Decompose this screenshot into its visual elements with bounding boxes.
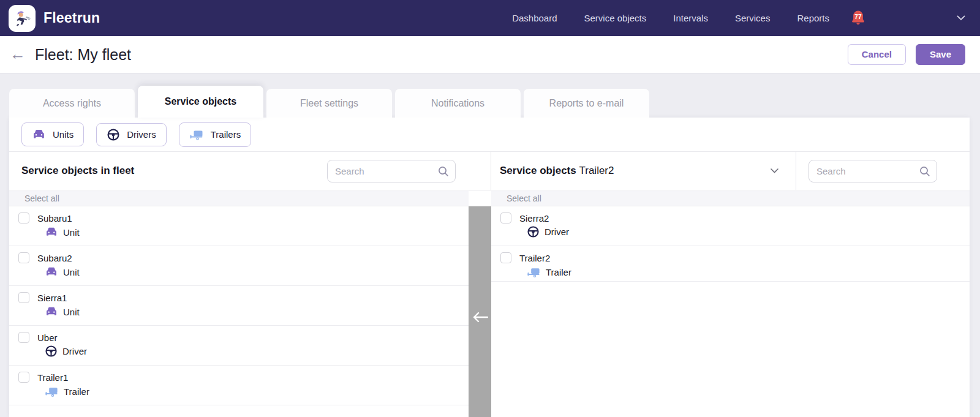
object-name: Sierra1 bbox=[37, 293, 67, 303]
object-type-label: Unit bbox=[63, 267, 80, 277]
row-checkbox[interactable] bbox=[18, 212, 29, 224]
object-type-label: Driver bbox=[62, 346, 87, 356]
brand-title: Fleetrun bbox=[43, 10, 100, 26]
fleet-header: ← Fleet: My fleet Cancel Save bbox=[0, 36, 980, 73]
transfer-lists: Select all Subaru1 Unit Subaru2 bbox=[9, 191, 970, 417]
object-name: Subaru2 bbox=[37, 253, 72, 263]
trailer-icon bbox=[45, 385, 59, 399]
chevron-down-icon bbox=[957, 15, 965, 21]
nav-item-dashboard[interactable]: Dashboard bbox=[512, 13, 557, 23]
fleetrun-logo[interactable] bbox=[9, 5, 36, 32]
bell-icon: 77 bbox=[850, 10, 866, 27]
object-type-toolbar: Units Drivers Trailers bbox=[9, 118, 970, 152]
assigned-objects-list: Select all Sierra2 Driver bbox=[491, 191, 970, 417]
assigned-select-all[interactable]: Select all bbox=[491, 191, 970, 206]
notifications-bell[interactable]: 77 bbox=[850, 10, 866, 27]
nav-item-services[interactable]: Services bbox=[735, 13, 771, 23]
row-checkbox[interactable] bbox=[18, 372, 29, 383]
filter-drivers-button[interactable]: Drivers bbox=[96, 123, 167, 146]
mechanic-logo-icon bbox=[12, 9, 32, 28]
page-title: Fleet: My fleet bbox=[35, 46, 131, 64]
nav-item-intervals[interactable]: Intervals bbox=[673, 13, 708, 23]
header-actions: Cancel Save bbox=[848, 44, 965, 66]
row-checkbox[interactable] bbox=[500, 252, 511, 263]
search-icon bbox=[437, 165, 450, 178]
row-checkbox[interactable] bbox=[18, 252, 29, 263]
fleet-objects-list: Select all Subaru1 Unit Subaru2 bbox=[9, 191, 469, 417]
filter-units-button[interactable]: Units bbox=[21, 122, 84, 146]
trailer-icon bbox=[189, 127, 204, 142]
list-item: Subaru2 Unit bbox=[9, 246, 469, 286]
object-name: Trailer2 bbox=[519, 253, 550, 263]
user-menu-caret[interactable] bbox=[957, 15, 965, 21]
fleet-search-input[interactable] bbox=[328, 160, 455, 182]
row-checkbox[interactable] bbox=[500, 212, 511, 224]
nav-item-reports[interactable]: Reports bbox=[797, 13, 829, 23]
object-list-selected-object: Trailer2 bbox=[579, 165, 614, 176]
fleet-search bbox=[327, 160, 456, 182]
list-item: Uber Driver bbox=[9, 326, 469, 366]
driver-icon bbox=[527, 225, 540, 238]
unit-icon bbox=[45, 265, 58, 279]
list-item: Subaru1 Unit bbox=[9, 206, 469, 246]
fleet-list-title: Service objects in fleet bbox=[21, 165, 134, 177]
tab-access-rights[interactable]: Access rights bbox=[9, 89, 135, 118]
object-type-label: Driver bbox=[545, 227, 569, 237]
list-item: Trailer2 Trailer bbox=[491, 246, 970, 282]
tab-notifications[interactable]: Notifications bbox=[395, 89, 521, 118]
search-icon bbox=[919, 165, 931, 178]
nav-links: Dashboard Service objects Intervals Serv… bbox=[512, 13, 829, 23]
object-type-label: Trailer bbox=[64, 386, 89, 397]
object-search bbox=[809, 160, 937, 182]
object-type-label: Unit bbox=[63, 307, 80, 317]
object-type-label: Unit bbox=[63, 227, 80, 238]
object-type-label: Trailer bbox=[546, 267, 571, 277]
object-list-title: Service objects Trailer2 bbox=[500, 165, 614, 177]
object-name: Trailer1 bbox=[37, 372, 68, 383]
object-name: Sierra2 bbox=[519, 213, 549, 224]
object-name: Uber bbox=[37, 332, 58, 343]
chevron-down-icon bbox=[771, 168, 778, 173]
unit-icon bbox=[32, 127, 46, 141]
object-list-header: Service objects Trailer2 bbox=[491, 152, 796, 190]
list-item: Trailer1 Trailer bbox=[9, 366, 469, 405]
back-arrow-icon[interactable]: ← bbox=[10, 46, 26, 62]
top-navbar: Fleetrun Dashboard Service objects Inter… bbox=[0, 0, 980, 36]
driver-icon bbox=[45, 345, 58, 358]
object-select-caret[interactable] bbox=[771, 168, 778, 173]
object-name: Subaru1 bbox=[37, 213, 72, 224]
nav-item-service-objects[interactable]: Service objects bbox=[584, 13, 647, 23]
fleet-select-all[interactable]: Select all bbox=[9, 191, 469, 206]
move-left-bar[interactable] bbox=[469, 206, 491, 417]
transfer-column bbox=[469, 191, 491, 417]
filter-drivers-label: Drivers bbox=[127, 129, 156, 140]
lists-header: Service objects in fleet Service objects… bbox=[9, 152, 970, 190]
fleet-list-header: Service objects in fleet bbox=[9, 152, 491, 190]
trailer-icon bbox=[527, 265, 541, 279]
arrow-left-icon bbox=[472, 312, 488, 323]
save-button[interactable]: Save bbox=[916, 44, 965, 66]
object-list-title-prefix: Service objects bbox=[500, 165, 576, 176]
row-checkbox[interactable] bbox=[18, 292, 29, 303]
tab-fleet-settings[interactable]: Fleet settings bbox=[266, 89, 392, 118]
filter-units-label: Units bbox=[53, 129, 74, 140]
unit-icon bbox=[45, 225, 58, 239]
object-search-input[interactable] bbox=[809, 160, 937, 182]
tab-service-objects[interactable]: Service objects bbox=[138, 86, 263, 118]
filter-trailers-button[interactable]: Trailers bbox=[179, 122, 251, 147]
transfer-spacer bbox=[469, 191, 491, 206]
row-checkbox[interactable] bbox=[18, 332, 29, 343]
list-item: Sierra2 Driver bbox=[491, 206, 970, 246]
notification-count-badge: 77 bbox=[854, 13, 862, 20]
unit-icon bbox=[45, 305, 58, 318]
object-search-section bbox=[796, 152, 970, 190]
filter-trailers-label: Trailers bbox=[211, 129, 241, 140]
list-item: Sierra1 Unit bbox=[9, 286, 469, 326]
service-objects-panel: Units Drivers Trailers Service objects i… bbox=[9, 118, 970, 417]
tab-reports-to-email[interactable]: Reports to e-mail bbox=[524, 89, 649, 118]
fleet-tabs: Access rights Service objects Fleet sett… bbox=[9, 86, 649, 118]
cancel-button[interactable]: Cancel bbox=[848, 44, 906, 66]
driver-icon bbox=[107, 128, 120, 141]
